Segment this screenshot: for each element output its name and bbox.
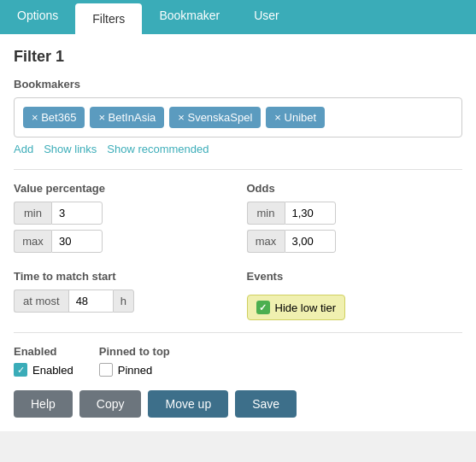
help-button[interactable]: Help [14,390,73,418]
events-col: Events ✓ Hide low tier [247,270,463,320]
bookmaker-tag-svenskaspel[interactable]: × SvenskaSpel [169,107,261,128]
show-links-link[interactable]: Show links [44,143,97,155]
pinned-title: Pinned to top [99,345,170,358]
divider-1 [14,169,462,170]
add-link[interactable]: Add [14,143,33,155]
enabled-group: Enabled ✓ Enabled [14,345,73,377]
vp-max-label: max [14,230,51,253]
hide-low-tier-checkbox[interactable]: ✓ Hide low tier [247,295,346,320]
bookmaker-tag-betinasia[interactable]: × BetInAsia [90,107,164,128]
odds-max-label: max [247,230,285,253]
enabled-checkmark: ✓ [14,363,27,377]
tab-filters[interactable]: Filters [75,3,142,34]
divider-2 [14,332,462,333]
value-percentage-col: Value percentage min max [14,182,230,258]
time-col: Time to match start at most h [14,270,230,320]
events-label: Events [247,270,463,283]
hide-low-tier-checkmark: ✓ [256,301,270,314]
bookmaker-tag-unibet[interactable]: × Unibet [266,107,325,128]
pinned-group: Pinned to top Pinned [99,345,170,377]
odds-max-input[interactable] [285,230,336,253]
odds-min-label: min [247,202,285,225]
odds-max-row: max [247,230,463,253]
odds-min-input[interactable] [285,202,336,225]
vp-max-input[interactable] [51,230,103,253]
save-button[interactable]: Save [235,390,297,418]
tab-bookmaker[interactable]: Bookmaker [142,0,237,34]
tab-user[interactable]: User [237,0,297,34]
time-unit-label: h [113,289,134,313]
move-up-button[interactable]: Move up [148,390,228,418]
value-percentage-max-row: max [14,230,230,253]
time-events-row: Time to match start at most h Events ✓ H… [14,270,462,320]
enabled-title: Enabled [14,345,73,358]
time-label: Time to match start [14,270,230,283]
pinned-checkbox-label: Pinned [118,364,152,377]
button-row: Help Copy Move up Save [14,390,462,418]
bookmakers-box: × Bet365 × BetInAsia × SvenskaSpel × Uni… [14,97,462,137]
bookmakers-label: Bookmakers [14,78,462,91]
bookmaker-tag-bet365[interactable]: × Bet365 [23,107,85,128]
odds-label: Odds [247,182,463,195]
time-value-input[interactable] [68,289,113,313]
time-input-row: at most h [14,289,230,313]
enabled-pinned-row: Enabled ✓ Enabled Pinned to top Pinned [14,345,462,377]
pinned-checkmark [99,363,113,377]
vp-min-input[interactable] [51,202,103,225]
filter-title: Filter 1 [14,48,462,66]
hide-low-tier-label: Hide low tier [275,301,337,314]
at-most-label: at most [14,289,68,313]
odds-col: Odds min max [247,182,463,258]
main-content: Filter 1 Bookmakers × Bet365 × BetInAsia… [0,34,476,431]
tab-options[interactable]: Options [0,0,75,34]
value-percentage-label: Value percentage [14,182,230,195]
vp-min-label: min [14,202,51,225]
tab-bar: Options Filters Bookmaker User [0,0,476,34]
bookmaker-links: Add Show links Show recommended [14,143,462,155]
show-recommended-link[interactable]: Show recommended [107,143,209,155]
copy-button[interactable]: Copy [79,390,142,418]
pinned-checkbox-row[interactable]: Pinned [99,363,170,377]
percentage-odds-row: Value percentage min max Odds min max [14,182,462,258]
value-percentage-min-row: min [14,202,230,225]
enabled-checkbox-label: Enabled [32,364,73,377]
odds-min-row: min [247,202,463,225]
enabled-checkbox-row[interactable]: ✓ Enabled [14,363,73,377]
